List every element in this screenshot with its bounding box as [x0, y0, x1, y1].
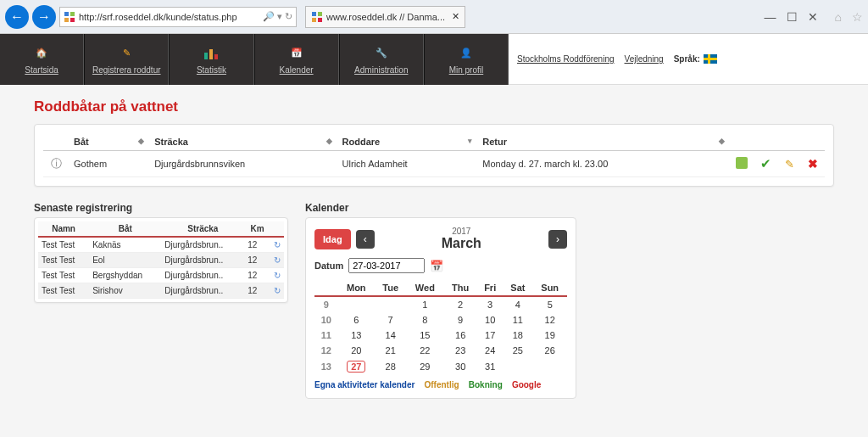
- cal-day[interactable]: 7: [375, 312, 406, 328]
- recent-row[interactable]: Test TestKaknäsDjurgårdsbrun..12↻: [38, 237, 284, 253]
- svg-rect-1: [70, 12, 75, 16]
- cal-day[interactable]: 1: [406, 296, 443, 312]
- col-namn[interactable]: Namn: [38, 221, 89, 237]
- cal-day[interactable]: [375, 296, 406, 312]
- recent-row[interactable]: Test TestSirishovDjurgårdsbrun..12↻: [38, 283, 284, 299]
- cal-day[interactable]: 26: [532, 343, 567, 358]
- cal-day[interactable]: 20: [338, 343, 375, 358]
- svg-rect-4: [312, 12, 316, 16]
- browser-tab[interactable]: www.roseddel.dk // Danma... ✕: [305, 6, 465, 28]
- cal-day[interactable]: [503, 358, 532, 375]
- nav-statistik[interactable]: Statistik: [169, 34, 253, 85]
- cal-day[interactable]: 9: [443, 312, 477, 328]
- cal-day[interactable]: 11: [503, 312, 532, 328]
- refresh-icon[interactable]: ↻: [274, 271, 281, 280]
- cal-day[interactable]: [338, 296, 375, 312]
- col-km[interactable]: Km: [244, 221, 270, 237]
- edit-icon[interactable]: ✎: [785, 158, 794, 171]
- week-num: 9: [314, 296, 338, 312]
- col-stracka2[interactable]: Sträcka: [161, 221, 244, 237]
- col-boat[interactable]: Båt◆: [69, 133, 149, 151]
- forward-button[interactable]: →: [32, 5, 56, 29]
- cal-day[interactable]: 21: [375, 343, 406, 358]
- nav-profil[interactable]: 👤 Min profil: [424, 34, 509, 85]
- user-icon: 👤: [460, 45, 472, 62]
- cal-day[interactable]: 29: [406, 358, 443, 375]
- cal-day[interactable]: 25: [503, 343, 532, 358]
- svg-rect-5: [318, 12, 322, 16]
- refresh-icon[interactable]: ↻: [274, 255, 281, 265]
- close-tab-icon[interactable]: ✕: [452, 11, 459, 22]
- col-retur[interactable]: Retur◆: [477, 133, 730, 151]
- legend-goo[interactable]: Google: [512, 380, 541, 389]
- page-title: Roddbåtar på vattnet: [34, 98, 834, 115]
- minimize-button[interactable]: —: [765, 10, 776, 24]
- check-icon[interactable]: ✔: [760, 156, 771, 171]
- club-link[interactable]: Stockholms Roddförening: [517, 54, 615, 64]
- boat-row[interactable]: ⓘ Gothem Djurgårdsbrunnsviken Ulrich Ada…: [43, 151, 825, 177]
- legend-own[interactable]: Egna aktiviteter kalender: [314, 380, 415, 389]
- refresh-icon[interactable]: ↻: [274, 286, 281, 295]
- bar-chart-icon: [203, 45, 219, 62]
- language-selector[interactable]: Språk:: [674, 54, 717, 64]
- cal-day[interactable]: 13: [338, 328, 375, 343]
- cal-day[interactable]: 8: [406, 312, 443, 328]
- week-num: 12: [314, 343, 338, 358]
- cal-day[interactable]: 24: [477, 343, 503, 358]
- cal-day[interactable]: 5: [532, 296, 567, 312]
- cal-day[interactable]: 18: [503, 328, 532, 343]
- recent-row[interactable]: Test TestEolDjurgårdsbrun..12↻: [38, 253, 284, 268]
- recent-row[interactable]: Test TestBergshyddanDjurgårdsbrun..12↻: [38, 268, 284, 283]
- close-button[interactable]: ✕: [808, 10, 818, 24]
- url-text[interactable]: http://srf.roseddel.dk/kunde/status.php: [79, 12, 259, 22]
- next-month-button[interactable]: ›: [548, 230, 567, 249]
- cal-day[interactable]: 15: [406, 328, 443, 343]
- col-roddare[interactable]: Roddare▾: [337, 133, 478, 151]
- cal-day[interactable]: 14: [375, 328, 406, 343]
- col-bat[interactable]: Båt: [89, 221, 161, 237]
- svg-rect-7: [318, 18, 322, 22]
- cal-day[interactable]: 4: [503, 296, 532, 312]
- cal-day[interactable]: 23: [443, 343, 477, 358]
- cal-day[interactable]: 17: [477, 328, 503, 343]
- cal-day[interactable]: 16: [443, 328, 477, 343]
- nav-kalender[interactable]: 📅 Kalender: [254, 34, 339, 85]
- nav-registrera[interactable]: ✎ Registrera roddtur: [84, 34, 169, 85]
- date-input[interactable]: [348, 258, 425, 273]
- cal-day[interactable]: 12: [532, 312, 567, 328]
- maximize-button[interactable]: ☐: [787, 10, 798, 24]
- cal-day[interactable]: 27: [338, 358, 375, 375]
- cal-day[interactable]: 19: [532, 328, 567, 343]
- prev-month-button[interactable]: ‹: [356, 230, 375, 249]
- nav-startsida[interactable]: 🏠 Startsida: [0, 34, 84, 85]
- info-icon[interactable]: ⓘ: [51, 157, 62, 170]
- nav-admin[interactable]: 🔧 Administration: [339, 34, 424, 85]
- col-stracka[interactable]: Sträcka◆: [149, 133, 337, 151]
- status-icon[interactable]: [736, 157, 748, 169]
- legend-off[interactable]: Offentlig: [425, 380, 459, 389]
- search-ref-icon[interactable]: 🔎 ▾ ↻: [263, 11, 292, 22]
- tiles-icon: [311, 11, 323, 23]
- month-title: 2017 March: [380, 227, 543, 251]
- pencil-icon: ✎: [123, 45, 131, 62]
- favorite-icon[interactable]: ☆: [852, 10, 863, 24]
- cal-day[interactable]: 31: [477, 358, 503, 375]
- cal-day[interactable]: 30: [443, 358, 477, 375]
- week-num: 10: [314, 312, 338, 328]
- cal-day[interactable]: 6: [338, 312, 375, 328]
- back-button[interactable]: ←: [5, 5, 29, 29]
- help-link[interactable]: Vejledning: [625, 54, 664, 64]
- cal-day[interactable]: 28: [375, 358, 406, 375]
- cal-day[interactable]: [532, 358, 567, 375]
- today-button[interactable]: Idag: [314, 229, 351, 249]
- cal-day[interactable]: 2: [443, 296, 477, 312]
- cal-day[interactable]: 10: [477, 312, 503, 328]
- cal-day[interactable]: 22: [406, 343, 443, 358]
- legend-bok[interactable]: Bokning: [469, 380, 503, 389]
- home-icon[interactable]: ⌂: [835, 10, 842, 24]
- delete-icon[interactable]: ✖: [808, 157, 818, 171]
- refresh-icon[interactable]: ↻: [274, 240, 281, 249]
- cal-day[interactable]: 3: [477, 296, 503, 312]
- home-icon: 🏠: [36, 45, 47, 62]
- datepicker-icon[interactable]: 📅: [430, 260, 443, 272]
